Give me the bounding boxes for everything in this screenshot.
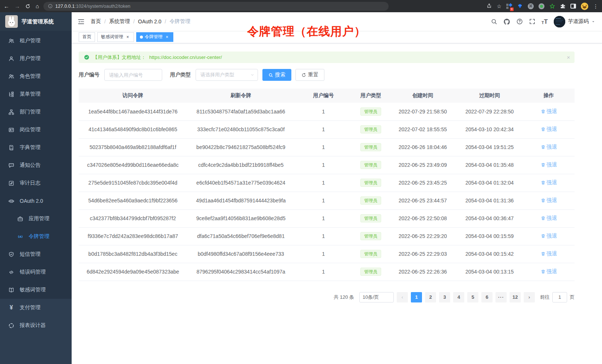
column-header: 刷新令牌 (187, 89, 295, 103)
notice-icon (8, 162, 14, 169)
force-logout-button[interactable]: 强退 (541, 108, 557, 115)
sidebar-item-notice-management[interactable]: 通知公告 (0, 156, 72, 174)
user-id-cell: 1 (295, 120, 352, 138)
tab-close-icon[interactable]: × (164, 34, 170, 40)
gem-extension-icon[interactable] (517, 3, 523, 9)
user-type-tag: 管理员 (360, 250, 381, 258)
sidebar-item-dict-management[interactable]: 字典管理 (0, 139, 72, 156)
page-button-3[interactable]: 3 (439, 292, 450, 302)
browser-reload-icon[interactable] (25, 4, 30, 9)
browser-back-icon[interactable]: ← (4, 3, 9, 9)
page-button-6[interactable]: 6 (481, 292, 493, 302)
sidebar-item-post-management[interactable]: 岗位管理 (0, 121, 72, 139)
tab-首页[interactable]: 首页 (79, 32, 95, 42)
browser-home-icon[interactable]: ⌂ (36, 3, 39, 9)
force-logout-button[interactable]: 强退 (541, 233, 557, 239)
sidebar-item-label: 应用管理 (29, 215, 49, 222)
force-logout-button[interactable]: 强退 (541, 268, 557, 275)
fullscreen-icon[interactable] (529, 18, 536, 25)
user-id-cell: 1 (295, 138, 352, 156)
sidebar-item-menu-management[interactable]: 菜单管理 (0, 85, 72, 103)
sidebar-item-sms-management[interactable]: 短信管理 (0, 245, 72, 263)
profile-emoji-avatar[interactable] (581, 3, 588, 10)
tab-令牌管理[interactable]: 令牌管理× (136, 32, 173, 42)
font-size-icon[interactable]: TT (542, 19, 548, 25)
force-logout-button[interactable]: 强退 (541, 162, 557, 168)
app-logo-row[interactable]: 芋道管理系统 (0, 12, 72, 31)
breadcrumb-item[interactable]: 系统管理 (109, 18, 130, 25)
refresh-token-cell: 9ce8ef2aa9f14056b831ae9b608e28d5 (187, 209, 295, 227)
force-logout-button[interactable]: 强退 (541, 215, 557, 222)
tab-敏感词管理[interactable]: 敏感词管理× (97, 32, 134, 42)
url-path: :1024/system/oauth2/token (75, 4, 130, 9)
user-type-cell: 管理员 (352, 120, 389, 138)
prev-page-button[interactable]: ‹ (397, 292, 408, 302)
sidebar-item-oauth2[interactable]: OAuth 2.0 (0, 192, 72, 210)
sidebar-item-error-code-management[interactable]: 错误码管理 (0, 263, 72, 281)
create-time-cell: 2022-06-26 18:04:46 (389, 138, 456, 156)
action-cell: 强退 (523, 263, 575, 281)
command-extension-icon[interactable]: ⌘ (528, 3, 534, 9)
green-star-extension-icon[interactable] (549, 3, 555, 9)
reset-button[interactable]: 重置 (295, 69, 324, 81)
force-logout-button[interactable]: 强退 (541, 197, 557, 204)
help-icon[interactable] (516, 18, 523, 25)
breadcrumb-item[interactable]: OAuth 2.0 (138, 19, 161, 24)
force-logout-button[interactable]: 强退 (541, 251, 557, 257)
sidebar-item-oauth2-token-management[interactable]: 令牌管理 (0, 228, 72, 245)
sidebar-item-audit-log[interactable]: 审计日志 (0, 174, 72, 192)
browser-forward-icon[interactable]: → (14, 3, 20, 9)
sidebar-item-dept-management[interactable]: 部门管理 (0, 103, 72, 121)
page-button-5[interactable]: 5 (467, 292, 478, 302)
more-pages-button[interactable]: ··· (495, 292, 507, 302)
page-button-2[interactable]: 2 (425, 292, 436, 302)
force-logout-button[interactable]: 强退 (541, 179, 557, 186)
sidebar-item-user-management[interactable]: 用户管理 (0, 50, 72, 67)
search-button[interactable]: 搜索 (262, 69, 291, 81)
user-menu[interactable]: 芋道源码 (554, 16, 595, 27)
share-icon[interactable] (487, 3, 492, 9)
sidebar-item-report-designer[interactable]: 报表设计器 (0, 317, 72, 334)
refresh-token-cell: 333ecfc71e02480cb11055c875c3ca0f (187, 120, 295, 138)
page-button-12[interactable]: 12 (510, 292, 521, 302)
force-logout-button[interactable]: 强退 (541, 126, 557, 133)
browser-address-bar[interactable]: 127.0.0.1:1024/system/oauth2/token (43, 2, 389, 11)
sidebar-item-label: 令牌管理 (29, 233, 49, 240)
tab-label: 敏感词管理 (101, 34, 123, 40)
refresh-token-cell: be90422b8c7946218275a508bf524fc9 (187, 138, 295, 156)
pay-icon: ¥ (8, 305, 14, 311)
next-page-button[interactable]: › (524, 292, 535, 302)
sidebar-item-pay-management[interactable]: ¥支付管理 (0, 299, 72, 317)
user-id-input[interactable] (104, 69, 162, 81)
bookmark-star-icon[interactable]: ☆ (497, 4, 501, 9)
browser-menu-kebab-icon[interactable]: ⋮ (593, 4, 598, 9)
extension-grid-icon[interactable]: 9 (506, 3, 512, 9)
sidebar-item-sensitive-word-management[interactable]: 敏感词管理 (0, 281, 72, 299)
user-type-tag: 管理员 (360, 179, 381, 187)
app-logo (5, 15, 18, 28)
sidebar-item-role-management[interactable]: 角色管理 (0, 67, 72, 85)
breadcrumb-separator: / (104, 19, 106, 24)
page-button-4[interactable]: 4 (453, 292, 464, 302)
user-type-cell: 管理员 (352, 245, 389, 263)
sidebar-item-oauth2-app-management[interactable]: 应用管理 (0, 210, 72, 228)
page-size-select[interactable]: 10条/页 (359, 292, 394, 302)
sidebar-item-tenant-management[interactable]: 租户管理 (0, 32, 72, 50)
user-type-select[interactable]: 请选择用户类型 (196, 69, 258, 81)
recorder-extension-icon[interactable] (539, 3, 544, 9)
table-row: b0d1785bc3a8482f812db4a3f3bd15ecb0df4980… (79, 245, 575, 263)
alert-close-icon[interactable]: × (567, 54, 570, 60)
puzzle-extension-icon[interactable] (560, 3, 566, 9)
tab-close-icon[interactable]: × (125, 34, 130, 40)
search-icon[interactable] (491, 18, 497, 25)
split-view-icon[interactable] (570, 4, 576, 9)
chevron-down-icon (591, 20, 595, 24)
force-logout-button[interactable]: 强退 (541, 144, 557, 150)
pagination: 共 120 条10条/页‹123456···12›前往页 (79, 292, 575, 302)
goto-page-input[interactable] (552, 292, 567, 302)
github-icon[interactable] (503, 18, 510, 25)
doc-link[interactable]: https://doc.iocoder.cn/user-center/ (149, 54, 222, 60)
sidebar-collapse-icon[interactable] (78, 18, 85, 25)
page-button-1[interactable]: 1 (411, 292, 422, 302)
breadcrumb-item[interactable]: 首页 (91, 18, 101, 25)
